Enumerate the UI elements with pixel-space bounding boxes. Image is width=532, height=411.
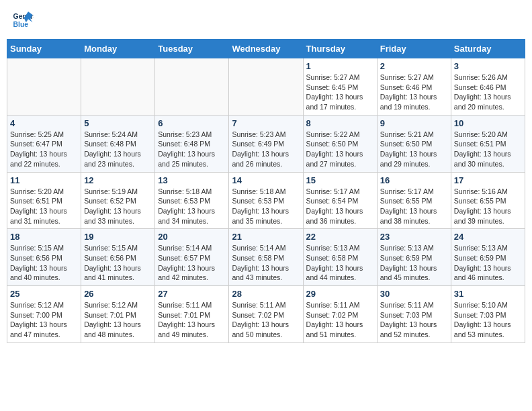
calendar-cell: 1Sunrise: 5:27 AMSunset: 6:45 PMDaylight… xyxy=(303,58,377,116)
calendar-cell: 31Sunrise: 5:10 AMSunset: 7:03 PMDayligh… xyxy=(451,286,525,343)
day-number: 30 xyxy=(380,289,448,299)
calendar-cell: 24Sunrise: 5:13 AMSunset: 6:59 PMDayligh… xyxy=(451,229,525,286)
calendar-cell xyxy=(7,58,81,116)
calendar-cell: 22Sunrise: 5:13 AMSunset: 6:58 PMDayligh… xyxy=(303,229,377,286)
day-info: Sunrise: 5:11 AMSunset: 7:03 PMDaylight:… xyxy=(380,300,448,340)
day-number: 18 xyxy=(10,232,78,242)
day-info: Sunrise: 5:10 AMSunset: 7:03 PMDaylight:… xyxy=(454,300,522,340)
day-number: 9 xyxy=(380,118,448,128)
day-info: Sunrise: 5:13 AMSunset: 6:58 PMDaylight:… xyxy=(306,243,374,283)
calendar-cell: 18Sunrise: 5:15 AMSunset: 6:56 PMDayligh… xyxy=(7,229,81,286)
calendar-cell: 25Sunrise: 5:12 AMSunset: 7:00 PMDayligh… xyxy=(7,286,81,343)
day-number: 4 xyxy=(10,118,78,128)
day-number: 14 xyxy=(232,175,300,185)
day-info: Sunrise: 5:14 AMSunset: 6:57 PMDaylight:… xyxy=(158,243,226,283)
day-number: 19 xyxy=(84,232,152,242)
calendar-cell xyxy=(229,58,303,116)
calendar-cell: 6Sunrise: 5:23 AMSunset: 6:48 PMDaylight… xyxy=(155,115,229,172)
day-header-tuesday: Tuesday xyxy=(155,40,229,58)
day-number: 11 xyxy=(10,175,78,185)
day-info: Sunrise: 5:17 AMSunset: 6:54 PMDaylight:… xyxy=(306,187,374,226)
day-info: Sunrise: 5:12 AMSunset: 7:01 PMDaylight:… xyxy=(84,300,152,340)
calendar-cell: 26Sunrise: 5:12 AMSunset: 7:01 PMDayligh… xyxy=(81,286,155,343)
day-header-monday: Monday xyxy=(81,40,155,58)
calendar-cell xyxy=(155,58,229,116)
day-info: Sunrise: 5:24 AMSunset: 6:48 PMDaylight:… xyxy=(84,130,152,169)
day-number: 13 xyxy=(158,175,226,185)
day-number: 21 xyxy=(232,232,300,242)
calendar-cell: 16Sunrise: 5:17 AMSunset: 6:55 PMDayligh… xyxy=(377,172,451,229)
day-number: 24 xyxy=(454,232,522,242)
calendar-cell: 9Sunrise: 5:21 AMSunset: 6:50 PMDaylight… xyxy=(377,115,451,172)
day-header-wednesday: Wednesday xyxy=(229,40,303,58)
calendar-cell: 14Sunrise: 5:18 AMSunset: 6:53 PMDayligh… xyxy=(229,172,303,229)
day-number: 10 xyxy=(454,118,522,128)
calendar-week-3: 18Sunrise: 5:15 AMSunset: 6:56 PMDayligh… xyxy=(7,229,525,286)
day-number: 16 xyxy=(380,175,448,185)
day-number: 26 xyxy=(84,289,152,299)
day-number: 28 xyxy=(232,289,300,299)
day-number: 8 xyxy=(306,118,374,128)
day-header-sunday: Sunday xyxy=(7,40,81,58)
calendar-cell: 15Sunrise: 5:17 AMSunset: 6:54 PMDayligh… xyxy=(303,172,377,229)
day-info: Sunrise: 5:19 AMSunset: 6:52 PMDaylight:… xyxy=(84,187,152,226)
day-info: Sunrise: 5:13 AMSunset: 6:59 PMDaylight:… xyxy=(454,243,522,283)
day-number: 25 xyxy=(10,289,78,299)
day-header-thursday: Thursday xyxy=(303,40,377,58)
day-info: Sunrise: 5:27 AMSunset: 6:45 PMDaylight:… xyxy=(306,73,374,112)
calendar-cell: 2Sunrise: 5:27 AMSunset: 6:46 PMDaylight… xyxy=(377,58,451,116)
day-info: Sunrise: 5:18 AMSunset: 6:53 PMDaylight:… xyxy=(232,187,300,226)
calendar-cell: 10Sunrise: 5:20 AMSunset: 6:51 PMDayligh… xyxy=(451,115,525,172)
calendar-cell: 27Sunrise: 5:11 AMSunset: 7:01 PMDayligh… xyxy=(155,286,229,343)
logo-icon: General Blue xyxy=(12,9,34,31)
day-number: 3 xyxy=(454,61,522,71)
calendar-week-1: 4Sunrise: 5:25 AMSunset: 6:47 PMDaylight… xyxy=(7,115,525,172)
day-number: 2 xyxy=(380,61,448,71)
day-info: Sunrise: 5:23 AMSunset: 6:48 PMDaylight:… xyxy=(158,130,226,169)
calendar-cell: 12Sunrise: 5:19 AMSunset: 6:52 PMDayligh… xyxy=(81,172,155,229)
day-info: Sunrise: 5:13 AMSunset: 6:59 PMDaylight:… xyxy=(380,243,448,283)
calendar-cell: 20Sunrise: 5:14 AMSunset: 6:57 PMDayligh… xyxy=(155,229,229,286)
day-info: Sunrise: 5:20 AMSunset: 6:51 PMDaylight:… xyxy=(10,187,78,226)
calendar-week-0: 1Sunrise: 5:27 AMSunset: 6:45 PMDaylight… xyxy=(7,58,525,116)
day-number: 23 xyxy=(380,232,448,242)
day-number: 6 xyxy=(158,118,226,128)
day-number: 5 xyxy=(84,118,152,128)
day-header-saturday: Saturday xyxy=(451,40,525,58)
calendar-cell: 17Sunrise: 5:16 AMSunset: 6:55 PMDayligh… xyxy=(451,172,525,229)
day-number: 22 xyxy=(306,232,374,242)
day-number: 29 xyxy=(306,289,374,299)
day-number: 15 xyxy=(306,175,374,185)
calendar-cell: 7Sunrise: 5:23 AMSunset: 6:49 PMDaylight… xyxy=(229,115,303,172)
calendar-cell: 30Sunrise: 5:11 AMSunset: 7:03 PMDayligh… xyxy=(377,286,451,343)
calendar-week-4: 25Sunrise: 5:12 AMSunset: 7:00 PMDayligh… xyxy=(7,286,525,343)
calendar-cell: 3Sunrise: 5:26 AMSunset: 6:46 PMDaylight… xyxy=(451,58,525,116)
calendar-cell: 11Sunrise: 5:20 AMSunset: 6:51 PMDayligh… xyxy=(7,172,81,229)
page-header: General Blue xyxy=(7,7,525,34)
calendar-cell: 23Sunrise: 5:13 AMSunset: 6:59 PMDayligh… xyxy=(377,229,451,286)
calendar-cell: 4Sunrise: 5:25 AMSunset: 6:47 PMDaylight… xyxy=(7,115,81,172)
calendar-cell: 19Sunrise: 5:15 AMSunset: 6:56 PMDayligh… xyxy=(81,229,155,286)
day-info: Sunrise: 5:18 AMSunset: 6:53 PMDaylight:… xyxy=(158,187,226,226)
day-info: Sunrise: 5:21 AMSunset: 6:50 PMDaylight:… xyxy=(380,130,448,169)
calendar-cell: 29Sunrise: 5:11 AMSunset: 7:02 PMDayligh… xyxy=(303,286,377,343)
day-info: Sunrise: 5:14 AMSunset: 6:58 PMDaylight:… xyxy=(232,243,300,283)
day-info: Sunrise: 5:27 AMSunset: 6:46 PMDaylight:… xyxy=(380,73,448,112)
calendar-cell: 28Sunrise: 5:11 AMSunset: 7:02 PMDayligh… xyxy=(229,286,303,343)
calendar-cell xyxy=(81,58,155,116)
calendar-week-2: 11Sunrise: 5:20 AMSunset: 6:51 PMDayligh… xyxy=(7,172,525,229)
day-info: Sunrise: 5:23 AMSunset: 6:49 PMDaylight:… xyxy=(232,130,300,169)
calendar-cell: 13Sunrise: 5:18 AMSunset: 6:53 PMDayligh… xyxy=(155,172,229,229)
calendar-table: SundayMondayTuesdayWednesdayThursdayFrid… xyxy=(7,39,525,343)
day-info: Sunrise: 5:11 AMSunset: 7:02 PMDaylight:… xyxy=(306,300,374,340)
calendar-header-row: SundayMondayTuesdayWednesdayThursdayFrid… xyxy=(7,40,525,58)
day-info: Sunrise: 5:25 AMSunset: 6:47 PMDaylight:… xyxy=(10,130,78,169)
day-number: 20 xyxy=(158,232,226,242)
day-info: Sunrise: 5:15 AMSunset: 6:56 PMDaylight:… xyxy=(84,243,152,283)
day-number: 17 xyxy=(454,175,522,185)
day-info: Sunrise: 5:11 AMSunset: 7:02 PMDaylight:… xyxy=(232,300,300,340)
day-info: Sunrise: 5:17 AMSunset: 6:55 PMDaylight:… xyxy=(380,187,448,226)
calendar-cell: 21Sunrise: 5:14 AMSunset: 6:58 PMDayligh… xyxy=(229,229,303,286)
day-number: 27 xyxy=(158,289,226,299)
day-info: Sunrise: 5:20 AMSunset: 6:51 PMDaylight:… xyxy=(454,130,522,169)
